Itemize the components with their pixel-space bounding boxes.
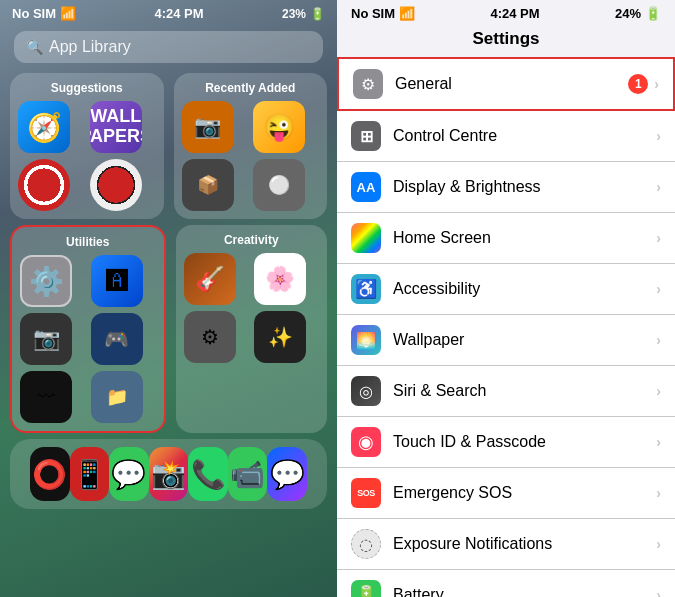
left-panel: No SIM 📶 4:24 PM 23% 🔋 🔍 App Library Sug… — [0, 0, 337, 597]
app-wallpapers[interactable]: WALLPAPERS — [90, 101, 142, 153]
recently-added-block: Recently Added 📷 😜 📦 ⚪ — [174, 73, 328, 219]
recently-added-label: Recently Added — [182, 81, 320, 95]
general-icon: ⚙ — [361, 75, 375, 94]
suggestions-grid: 🧭 WALLPAPERS — [18, 101, 156, 211]
utilities-grid: ⚙️ 🅰 📷 🎮 〰 📁 — [20, 255, 156, 423]
control-centre-chevron: › — [656, 128, 661, 144]
app-guitar[interactable]: 🎸 — [184, 253, 236, 305]
battery-setting-icon: 🔋 — [355, 584, 377, 597]
general-icon-wrap: ⚙ — [353, 69, 383, 99]
app-photos-display[interactable]: 📷 — [182, 101, 234, 153]
dock-messages[interactable]: 💬 — [109, 447, 149, 501]
app-placeholder1[interactable]: 📦 — [182, 159, 234, 211]
settings-item-homescreen[interactable]: Home Screen › — [337, 213, 675, 264]
battery-percent-left: 23% — [282, 7, 306, 21]
settings-item-sos[interactable]: SOS Emergency SOS › — [337, 468, 675, 519]
time-right: 4:24 PM — [490, 6, 539, 21]
app-settings[interactable]: ⚙️ — [20, 255, 72, 307]
wifi-icon-right: 📶 — [399, 6, 415, 21]
search-icon: 🔍 — [26, 39, 43, 55]
settings-item-control-centre[interactable]: ⊞ Control Centre › — [337, 111, 675, 162]
app-camera[interactable]: 📷 — [20, 313, 72, 365]
accessibility-chevron: › — [656, 281, 661, 297]
dock-facetime[interactable]: 📹 — [228, 447, 268, 501]
battery-icon-right: 🔋 — [645, 6, 661, 21]
safari-icon: 🧭 — [27, 111, 62, 144]
carrier-text: No SIM — [12, 6, 56, 21]
battery-right: 24% 🔋 — [615, 6, 661, 21]
touchid-icon-wrap: ◉ — [351, 427, 381, 457]
homescreen-icon-wrap — [351, 223, 381, 253]
dock: ⭕ 📱 💬 📸 📞 📹 💬 — [10, 439, 327, 509]
recently-added-grid: 📷 😜 📦 ⚪ — [182, 101, 320, 211]
app-safari[interactable]: 🧭 — [18, 101, 70, 153]
app-dark1[interactable] — [18, 159, 70, 211]
wallpaper-icon-wrap: 🌅 — [351, 325, 381, 355]
battery-setting-label: Battery — [393, 586, 656, 597]
carrier-wifi: No SIM 📶 — [12, 6, 76, 21]
bottom-section-row: Utilities ⚙️ 🅰 📷 🎮 〰 📁 — [10, 225, 327, 433]
app-gamepad[interactable]: 🎮 — [91, 313, 143, 365]
app-sparkle[interactable]: ✨ — [254, 311, 306, 363]
homescreen-chevron: › — [656, 230, 661, 246]
siri-label: Siri & Search — [393, 382, 656, 400]
dock-instagram[interactable]: 📸 — [149, 447, 189, 501]
status-bar-left: No SIM 📶 4:24 PM 23% 🔋 — [0, 0, 337, 25]
settings-item-wallpaper[interactable]: 🌅 Wallpaper › — [337, 315, 675, 366]
settings-item-touchid[interactable]: ◉ Touch ID & Passcode › — [337, 417, 675, 468]
accessibility-icon: ♿ — [355, 278, 377, 300]
display-icon: AA — [357, 180, 376, 195]
app-network[interactable]: 〰 — [20, 371, 72, 423]
app-pokeball[interactable] — [90, 159, 142, 211]
app-face[interactable]: 😜 — [253, 101, 305, 153]
accessibility-icon-wrap: ♿ — [351, 274, 381, 304]
wallpaper-icon: 🌅 — [356, 331, 376, 350]
control-centre-label: Control Centre — [393, 127, 656, 145]
right-panel: No SIM 📶 4:24 PM 24% 🔋 Settings ⚙ Genera… — [337, 0, 675, 597]
time-left: 4:24 PM — [154, 6, 203, 21]
dock-messenger[interactable]: 💬 — [267, 447, 307, 501]
homescreen-label: Home Screen — [393, 229, 656, 247]
search-bar-label: App Library — [49, 38, 131, 56]
display-chevron: › — [656, 179, 661, 195]
settings-title: Settings — [337, 25, 675, 57]
exposure-label: Exposure Notifications — [393, 535, 656, 553]
touchid-chevron: › — [656, 434, 661, 450]
siri-icon-wrap: ◎ — [351, 376, 381, 406]
app-sections: Suggestions 🧭 WALLPAPERS — [0, 73, 337, 433]
dock-zero[interactable]: ⭕ — [30, 447, 70, 501]
general-badge: 1 — [628, 74, 648, 94]
siri-chevron: › — [656, 383, 661, 399]
search-bar[interactable]: 🔍 App Library — [14, 31, 323, 63]
settings-list: ⚙ General 1 › ⊞ Control Centre › AA Disp… — [337, 57, 675, 597]
settings-item-general[interactable]: ⚙ General 1 › — [337, 57, 675, 111]
utilities-block: Utilities ⚙️ 🅰 📷 🎮 〰 📁 — [10, 225, 166, 433]
wallpaper-label: Wallpaper — [393, 331, 656, 349]
creativity-label: Creativity — [184, 233, 320, 247]
settings-item-siri[interactable]: ◎ Siri & Search › — [337, 366, 675, 417]
app-settings2[interactable]: ⚙ — [184, 311, 236, 363]
settings-item-battery[interactable]: 🔋 Battery › — [337, 570, 675, 597]
dock-whatsapp[interactable]: 📞 — [188, 447, 228, 501]
general-label: General — [395, 75, 628, 93]
app-placeholder2[interactable]: ⚪ — [253, 159, 305, 211]
sos-chevron: › — [656, 485, 661, 501]
battery-icon-wrap: 🔋 — [351, 580, 381, 597]
battery-left: 23% 🔋 — [282, 7, 325, 21]
battery-percent-right: 24% — [615, 6, 641, 21]
dock-craft[interactable]: 📱 — [70, 447, 110, 501]
settings-item-accessibility[interactable]: ♿ Accessibility › — [337, 264, 675, 315]
control-centre-icon-wrap: ⊞ — [351, 121, 381, 151]
app-files[interactable]: 📁 — [91, 371, 143, 423]
wallpaper-chevron: › — [656, 332, 661, 348]
settings-item-display[interactable]: AA Display & Brightness › — [337, 162, 675, 213]
app-photos-creativity[interactable]: 🌸 — [254, 253, 306, 305]
settings-item-exposure[interactable]: ◌ Exposure Notifications › — [337, 519, 675, 570]
general-chevron: › — [654, 76, 659, 92]
creativity-block: Creativity 🎸 🌸 ⚙ ✨ — [176, 225, 328, 433]
sos-label: Emergency SOS — [393, 484, 656, 502]
carrier-right: No SIM 📶 — [351, 6, 415, 21]
battery-icon-left: 🔋 — [310, 7, 325, 21]
app-appstore[interactable]: 🅰 — [91, 255, 143, 307]
siri-icon: ◎ — [359, 382, 373, 401]
